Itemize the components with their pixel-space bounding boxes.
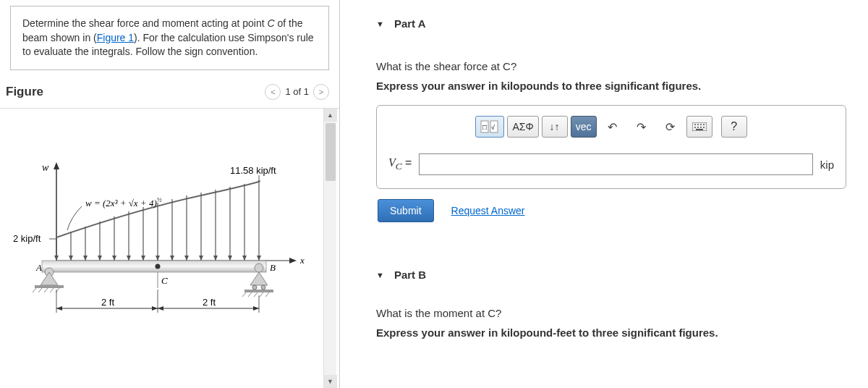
help-button[interactable]: ? [721, 116, 747, 138]
label-w: w [42, 162, 49, 173]
answer-box: □√ ΑΣΦ ↓↑ vec ↶ ↷ ⟳ ? VC = kip [376, 105, 846, 189]
problem-text: Determine the shear force and moment act… [22, 17, 268, 29]
svg-marker-21 [83, 256, 88, 261]
svg-point-77 [700, 127, 702, 128]
svg-point-71 [694, 124, 696, 125]
figure-heading: Figure [4, 80, 45, 104]
figure-prev-button[interactable]: < [265, 84, 281, 100]
undo-button[interactable]: ↶ [600, 116, 626, 138]
svg-marker-20 [69, 256, 73, 261]
svg-line-38 [33, 288, 36, 292]
svg-marker-25 [141, 256, 145, 261]
point-c: C [268, 17, 275, 29]
svg-marker-3 [289, 258, 297, 263]
svg-marker-36 [41, 272, 58, 285]
scroll-up-icon[interactable]: ▲ [324, 109, 337, 122]
template-button[interactable]: □√ [475, 116, 504, 138]
part-a-question: What is the shear force at C? [376, 60, 846, 72]
figure-body: w x [0, 109, 339, 388]
label-x: x [299, 255, 305, 266]
label-C: C [161, 275, 168, 286]
scroll-down-icon[interactable]: ▼ [324, 375, 337, 388]
part-b-instruction: Express your answer in kilopound-feet to… [376, 326, 846, 339]
svg-marker-22 [98, 256, 102, 261]
figure-link[interactable]: Figure 1 [97, 32, 134, 43]
part-a-instruction: Express your answer in kilopounds to thr… [376, 80, 846, 92]
collapse-part-a-icon[interactable]: ▼ [376, 20, 384, 28]
svg-point-72 [697, 124, 699, 125]
label-right-load: 11.58 kip/ft [230, 165, 276, 176]
problem-statement: Determine the shear force and moment act… [10, 6, 329, 70]
svg-marker-23 [112, 256, 116, 261]
svg-marker-1 [54, 162, 59, 169]
svg-marker-29 [199, 256, 203, 261]
svg-point-78 [703, 127, 705, 128]
svg-line-39 [38, 288, 42, 292]
svg-marker-62 [56, 306, 62, 311]
svg-text:□: □ [482, 123, 487, 131]
svg-rect-34 [42, 261, 266, 272]
svg-marker-24 [127, 256, 131, 261]
svg-marker-63 [152, 306, 158, 311]
collapse-part-b-icon[interactable]: ▼ [376, 271, 384, 279]
svg-line-52 [265, 292, 269, 297]
label-span2: 2 ft [203, 297, 216, 308]
svg-point-53 [156, 263, 161, 269]
part-b-question: What is the moment at C? [376, 307, 846, 319]
part-b-title: Part B [394, 269, 426, 281]
arrows-button[interactable]: ↓↑ [542, 116, 568, 138]
svg-point-45 [252, 285, 257, 290]
svg-point-46 [261, 285, 265, 290]
svg-point-74 [703, 124, 705, 125]
svg-marker-31 [228, 256, 232, 261]
label-B: B [270, 262, 276, 273]
scroll-thumb[interactable] [326, 123, 336, 181]
svg-point-73 [700, 124, 702, 125]
svg-rect-79 [696, 129, 703, 130]
svg-line-41 [50, 288, 54, 292]
vec-button[interactable]: vec [571, 116, 597, 138]
svg-marker-26 [156, 256, 160, 261]
svg-rect-47 [244, 290, 273, 292]
svg-marker-64 [158, 306, 163, 311]
svg-marker-28 [184, 256, 189, 261]
label-formula: w = (2x³ + √x + 4)½ [85, 196, 162, 208]
svg-text:√: √ [491, 124, 495, 131]
svg-marker-44 [250, 272, 268, 285]
figure-next-button[interactable]: > [313, 84, 329, 100]
redo-button[interactable]: ↷ [629, 116, 655, 138]
svg-marker-32 [242, 256, 247, 261]
part-a-title: Part A [394, 17, 426, 30]
submit-button[interactable]: Submit [378, 199, 434, 222]
figure-count: 1 of 1 [285, 86, 309, 97]
svg-line-48 [242, 292, 246, 297]
request-answer-link[interactable]: Request Answer [451, 205, 525, 216]
svg-line-50 [254, 292, 258, 297]
svg-point-43 [255, 263, 263, 272]
svg-point-76 [697, 127, 699, 128]
beam-diagram: w x [13, 138, 317, 340]
greek-button[interactable]: ΑΣΦ [507, 116, 538, 138]
reset-button[interactable]: ⟳ [658, 116, 684, 138]
answer-unit: kip [820, 159, 834, 171]
keyboard-icon [692, 122, 707, 131]
svg-marker-27 [170, 256, 174, 261]
answer-input[interactable] [419, 153, 812, 175]
label-span1: 2 ft [101, 297, 114, 308]
svg-line-49 [248, 292, 252, 297]
svg-marker-65 [253, 306, 259, 311]
svg-marker-19 [54, 256, 59, 261]
svg-marker-30 [213, 256, 218, 261]
svg-marker-33 [257, 256, 261, 261]
keyboard-button[interactable] [686, 116, 712, 138]
figure-scrollbar[interactable]: ▲ ▼ [323, 109, 336, 388]
svg-line-40 [44, 288, 48, 292]
answer-lhs: VC = [388, 156, 412, 172]
svg-line-51 [260, 292, 263, 297]
svg-rect-37 [35, 285, 64, 288]
label-A: A [35, 262, 42, 273]
svg-point-75 [694, 127, 696, 128]
label-left-load: 2 kip/ft [13, 233, 41, 244]
